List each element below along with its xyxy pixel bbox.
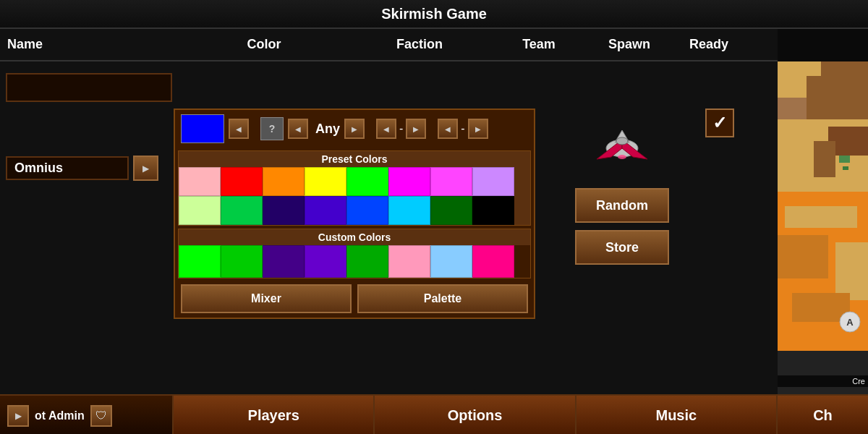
svg-rect-11 xyxy=(814,141,835,177)
map-panel: A Cre xyxy=(778,61,868,430)
svg-rect-17 xyxy=(839,156,850,163)
spawn-left-arrow[interactable]: ◀ xyxy=(438,119,458,139)
faction-ship-display xyxy=(579,109,665,181)
col-header-faction: Faction xyxy=(347,37,492,52)
team-value: - xyxy=(399,122,403,135)
map-svg: A xyxy=(778,61,868,351)
custom-color-3[interactable] xyxy=(263,245,305,278)
bottom-bar: ▶ ot Admin 🛡 Players Options Music Ch xyxy=(0,394,868,434)
preset-colors-section: Preset Colors xyxy=(178,150,531,226)
options-button[interactable]: Options xyxy=(375,396,576,434)
scroll-arrow-icon: ▶ xyxy=(142,163,149,174)
svg-rect-18 xyxy=(843,166,848,170)
preset-color-8[interactable] xyxy=(472,167,514,196)
map-display: A xyxy=(778,61,868,351)
page-title: Skirmish Game xyxy=(381,6,487,22)
spawn-value: - xyxy=(461,122,464,135)
svg-rect-14 xyxy=(778,235,828,278)
custom-color-5[interactable] xyxy=(346,245,388,278)
map-creator-label: Cre xyxy=(778,375,868,387)
faction-left-arrow[interactable]: ◀ xyxy=(288,119,308,139)
color-left-arrow[interactable]: ◀ xyxy=(229,119,249,139)
picker-bottom-buttons: Mixer Palette xyxy=(175,281,534,318)
spawn-selector: ◀ - ▶ xyxy=(438,119,488,139)
omnius-name-label: Omnius xyxy=(6,156,129,180)
omnius-row: Omnius ▶ xyxy=(6,156,158,181)
svg-point-5 xyxy=(618,155,626,159)
faction-icon-box: ? xyxy=(260,117,284,140)
preset-color-3[interactable] xyxy=(263,167,305,196)
custom-colors-title: Custom Colors xyxy=(179,229,530,245)
custom-color-2[interactable] xyxy=(221,245,263,278)
faction-right-arrow[interactable]: ▶ xyxy=(344,119,365,139)
preset-color-4[interactable] xyxy=(305,167,346,196)
preset-color-15[interactable] xyxy=(430,196,472,225)
preset-color-1[interactable] xyxy=(179,167,221,196)
svg-rect-8 xyxy=(807,76,843,119)
svg-point-4 xyxy=(616,137,628,145)
preset-color-grid xyxy=(179,167,530,225)
custom-color-8[interactable] xyxy=(472,245,514,278)
team-left-arrow[interactable]: ◀ xyxy=(376,119,396,139)
selected-color-preview[interactable] xyxy=(181,114,224,143)
custom-color-row xyxy=(179,245,530,278)
preset-color-13[interactable] xyxy=(346,196,388,225)
preset-color-10[interactable] xyxy=(221,196,263,225)
music-button[interactable]: Music xyxy=(576,396,778,434)
left-panel: ◀ ? ◀ Any ▶ ◀ - ▶ ◀ - ▶ xyxy=(0,61,778,430)
scroll-icon: ▶ xyxy=(7,405,29,427)
random-button[interactable]: Random xyxy=(575,188,669,223)
shield-icon: 🛡 xyxy=(90,405,112,427)
omnius-scroll-button[interactable]: ▶ xyxy=(133,156,158,181)
preset-color-12[interactable] xyxy=(305,196,346,225)
checkmark-icon: ✓ xyxy=(712,113,727,133)
color-picker-popup: ◀ ? ◀ Any ▶ ◀ - ▶ ◀ - ▶ xyxy=(174,109,535,319)
preset-colors-title: Preset Colors xyxy=(179,151,530,167)
svg-rect-15 xyxy=(835,242,868,300)
picker-right-panel: Random Store xyxy=(539,109,705,265)
col-header-ready: Ready xyxy=(673,37,745,52)
title-bar: Skirmish Game xyxy=(0,0,868,29)
team-right-arrow[interactable]: ▶ xyxy=(406,119,426,139)
preset-color-6[interactable] xyxy=(388,167,430,196)
custom-color-1[interactable] xyxy=(179,245,221,278)
team-selector: ◀ - ▶ xyxy=(376,119,426,139)
preset-color-2[interactable] xyxy=(221,167,263,196)
col-header-color: Color xyxy=(181,37,347,52)
preset-row-2 xyxy=(179,196,530,225)
custom-color-6[interactable] xyxy=(388,245,430,278)
store-button[interactable]: Store xyxy=(575,230,669,265)
main-content: ◀ ? ◀ Any ▶ ◀ - ▶ ◀ - ▶ xyxy=(0,61,868,430)
player-row xyxy=(6,67,772,107)
admin-name-label: ot Admin xyxy=(35,409,85,422)
preset-color-5[interactable] xyxy=(346,167,388,196)
admin-area: ▶ ot Admin 🛡 xyxy=(0,396,174,434)
svg-rect-9 xyxy=(778,98,807,119)
preset-color-16[interactable] xyxy=(472,196,514,225)
preset-row-1 xyxy=(179,167,530,196)
ship-svg xyxy=(582,112,662,177)
preset-color-11[interactable] xyxy=(263,196,305,225)
preset-color-14[interactable] xyxy=(388,196,430,225)
palette-button[interactable]: Palette xyxy=(357,284,528,313)
svg-text:A: A xyxy=(846,317,854,328)
col-header-name: Name xyxy=(7,37,181,52)
spawn-right-arrow[interactable]: ▶ xyxy=(468,119,488,139)
col-header-team: Team xyxy=(492,37,586,52)
mixer-button[interactable]: Mixer xyxy=(181,284,352,313)
color-row-header: ◀ ? ◀ Any ▶ ◀ - ▶ ◀ - ▶ xyxy=(175,110,534,148)
custom-color-7[interactable] xyxy=(430,245,472,278)
custom-colors-section: Custom Colors xyxy=(178,229,531,278)
custom-color-4[interactable] xyxy=(305,245,346,278)
col-header-spawn: Spawn xyxy=(586,37,673,52)
player-name-input[interactable] xyxy=(6,73,172,102)
preset-color-9[interactable] xyxy=(179,196,221,225)
column-headers: Name Color Faction Team Spawn Ready xyxy=(0,29,778,61)
players-button[interactable]: Players xyxy=(174,396,375,434)
faction-area: ? ◀ Any ▶ xyxy=(260,117,365,140)
ready-checkbox[interactable]: ✓ xyxy=(705,109,734,137)
faction-name-label: Any xyxy=(315,122,340,137)
svg-rect-13 xyxy=(785,206,857,228)
preset-color-7[interactable] xyxy=(430,167,472,196)
chat-button[interactable]: Ch xyxy=(778,396,868,434)
